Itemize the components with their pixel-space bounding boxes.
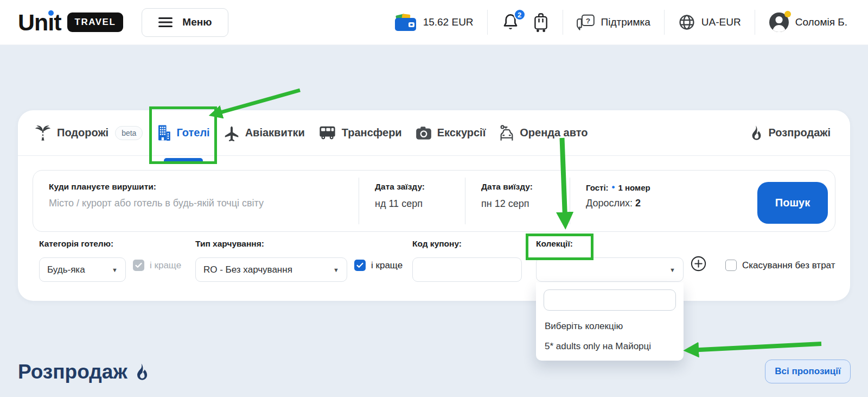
collections-select[interactable]: ▼ [536, 257, 684, 282]
brand-blue-dot [48, 10, 54, 16]
beta-badge: beta [115, 126, 143, 140]
collections-option-mallorca[interactable]: 5* adults only на Майорці [536, 336, 684, 356]
free-cancellation-label: Скасування без втрат [742, 260, 835, 271]
hotel-category-select[interactable]: Будь-яка ▼ [39, 257, 126, 282]
free-cancellation-checkbox[interactable]: Скасування без втрат [725, 260, 835, 271]
luggage-icon [533, 12, 549, 33]
user-name: Соломія Б. [795, 16, 847, 28]
tab-excursions[interactable]: Екскурсії [416, 126, 486, 140]
plus-circle-icon [691, 256, 706, 272]
collections-label: Колекції: [536, 239, 684, 249]
guests-dot-separator: • [612, 182, 615, 193]
guests-label: Гості: [586, 183, 609, 192]
tab-transfers-label: Трансфери [342, 127, 402, 139]
checkbox-checked-gray [133, 260, 144, 271]
support-label: Підтримка [601, 16, 650, 28]
user-account-button[interactable]: Соломія Б. [769, 12, 847, 33]
header-divider [563, 10, 563, 35]
chevron-down-icon: ▼ [112, 267, 118, 273]
meal-type-value: RO - Без харчування [203, 264, 292, 275]
hotel-category-label: Категорія готелю: [39, 239, 126, 249]
checkbox-unchecked [725, 260, 737, 271]
hamburger-icon [158, 17, 173, 27]
search-panel-card: Подорожі beta Готелі [18, 110, 850, 301]
header-divider [755, 10, 755, 35]
collections-search-input[interactable] [544, 289, 676, 311]
checkout-label: Дата виїзду: [481, 182, 570, 192]
brand-word: Unıt [18, 9, 61, 36]
checkin-field[interactable]: Дата заїзду: нд 11 серп [359, 171, 465, 231]
guests-adults-value: 2 [635, 198, 641, 209]
brand-badge: TRAVEL [67, 12, 124, 32]
menu-button[interactable]: Меню [142, 8, 228, 37]
hotel-category-filter: Категорія готелю: Будь-яка ▼ [39, 239, 126, 282]
destination-field[interactable]: Куди плануєте вирушити: [33, 171, 359, 231]
destination-input[interactable] [49, 198, 342, 209]
coupon-filter: Код купону: [412, 239, 522, 282]
hotel-category-value: Будь-яка [47, 264, 85, 275]
plane-icon [224, 125, 240, 141]
check-icon [135, 262, 142, 268]
active-tab-underline [164, 158, 203, 163]
checkout-value: пн 12 серп [481, 198, 570, 210]
all-offers-button[interactable]: Всі пропозиції [765, 360, 851, 383]
tab-transfers[interactable]: Трансфери [318, 125, 402, 140]
tab-flights-label: Авіаквитки [245, 127, 305, 139]
tab-hotels-label: Готелі [176, 127, 209, 139]
collections-dropdown: Виберіть колекцію 5* adults only на Майо… [536, 282, 684, 361]
notifications-count-badge: 2 [514, 9, 526, 21]
chat-question-icon: ? [577, 14, 595, 31]
tab-sales[interactable]: Розпродажі [750, 125, 831, 141]
meal-and-better-label: і краще [371, 260, 403, 271]
notifications-button[interactable]: 2 [501, 12, 520, 32]
chevron-down-icon: ▼ [333, 267, 339, 273]
checkin-value: нд 11 серп [375, 198, 465, 210]
wallet-balance[interactable]: 15.62 EUR [394, 13, 474, 31]
chevron-down-icon: ▼ [669, 267, 675, 273]
collections-filter: Колекції: ▼ [536, 239, 684, 282]
meal-type-select[interactable]: RO - Без харчування ▼ [195, 257, 347, 282]
meal-type-label: Тип харчування: [195, 239, 347, 249]
tab-car-rental[interactable]: Оренда авто [499, 125, 588, 141]
bus-icon [318, 125, 336, 140]
destination-label: Куди плануєте вирушити: [49, 182, 359, 192]
product-tabs: Подорожі beta Готелі [18, 110, 850, 156]
meal-and-better-checkbox[interactable]: і краще [354, 260, 403, 271]
flame-icon [750, 125, 763, 141]
add-collection-button[interactable] [691, 256, 706, 272]
globe-icon [678, 14, 695, 31]
tab-trips[interactable]: Подорожі beta [34, 125, 143, 141]
guests-adults-label: Дорослих: [586, 198, 633, 209]
palm-icon [34, 125, 52, 141]
check-icon [356, 262, 363, 268]
camera-icon [416, 126, 432, 140]
meal-type-filter: Тип харчування: RO - Без харчування ▼ [195, 239, 347, 282]
filters-row: Категорія готелю: Будь-яка ▼ і краще Тип… [18, 239, 850, 299]
hotel-icon [156, 125, 171, 141]
svg-text:?: ? [585, 17, 590, 25]
checkbox-checked-blue [354, 260, 366, 271]
checkout-field[interactable]: Дата виїзду: пн 12 серп [465, 171, 570, 231]
checkin-label: Дата заїзду: [375, 182, 465, 192]
tab-hotels[interactable]: Готелі [156, 125, 209, 141]
header-divider [664, 10, 665, 35]
tab-excursions-label: Екскурсії [437, 127, 486, 139]
support-button[interactable]: ? Підтримка [577, 14, 650, 31]
locale-currency-button[interactable]: UA-EUR [678, 14, 741, 31]
flame-icon [135, 363, 149, 381]
trips-luggage-button[interactable] [533, 12, 549, 33]
header: Unıt TRAVEL Меню 15.62 EUR [0, 0, 868, 45]
category-and-better-label: і краще [150, 260, 181, 271]
header-divider [487, 10, 488, 35]
search-button[interactable]: Пошук [757, 182, 828, 224]
coupon-input[interactable] [412, 257, 522, 282]
sales-section-title: Розпродаж [18, 361, 149, 383]
tab-sales-label: Розпродажі [768, 127, 831, 139]
wallet-balance-text: 15.62 EUR [423, 16, 474, 28]
tab-flights[interactable]: Авіаквитки [224, 125, 305, 141]
category-and-better-checkbox[interactable]: і краще [133, 260, 181, 271]
menu-label: Меню [182, 16, 212, 28]
wallet-icon [394, 13, 417, 31]
collections-option-placeholder[interactable]: Виберіть колекцію [536, 316, 684, 336]
avatar [769, 12, 789, 33]
